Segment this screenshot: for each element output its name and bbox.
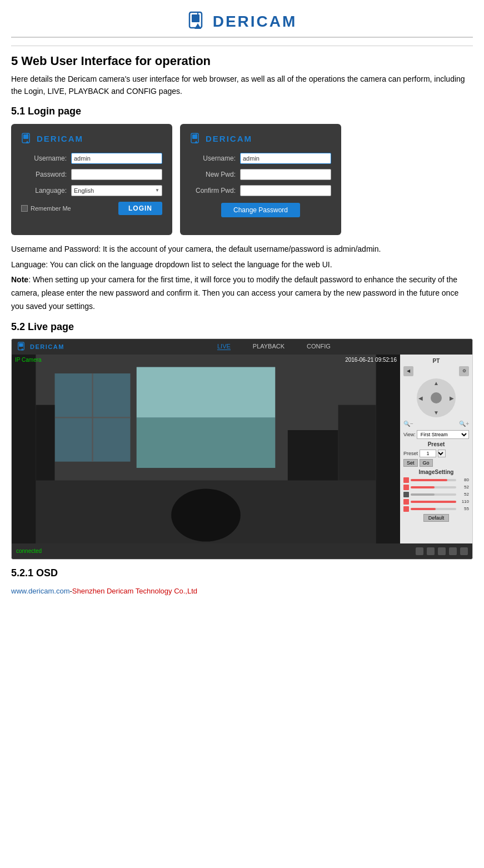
- panel-left-logo-icon: [21, 133, 33, 145]
- contrast-value: 52: [458, 485, 469, 490]
- pt-settings-icon[interactable]: ⚙: [459, 366, 469, 376]
- newpwd-label: New Pwd:: [190, 171, 240, 178]
- sharpness-row: 55: [403, 506, 469, 512]
- sharpness-fill: [411, 508, 436, 510]
- logo-text: DERICAM: [213, 13, 297, 31]
- go-button[interactable]: Go: [420, 459, 433, 467]
- header-divider: [11, 46, 473, 46]
- image-setting-section: ImageSetting 80 52: [403, 469, 469, 522]
- preset-row: Preset: [403, 450, 469, 457]
- page-header: DERICAM: [11, 6, 473, 38]
- sharpness-value: 55: [458, 506, 469, 511]
- snapshot-icon[interactable]: [416, 547, 423, 555]
- brightness-slider[interactable]: [411, 479, 456, 481]
- pt-top-buttons: ◀ ⚙: [403, 366, 469, 376]
- live-logo-icon: [17, 342, 27, 352]
- saturation-row: 52: [403, 492, 469, 497]
- hue-slider[interactable]: [411, 501, 456, 503]
- footer-url[interactable]: www.dericam.com: [11, 587, 69, 595]
- bottom-icons: [416, 547, 468, 555]
- zoom-in-icon[interactable]: 🔍+: [459, 421, 469, 427]
- live-right-panel: PT ◀ ⚙ ▲ ▼ ◀ ▶ 🔍− 🔍+: [400, 355, 472, 543]
- pt-up-arrow[interactable]: ▲: [433, 380, 439, 386]
- login-panel-right: DERICAM Username: admin New Pwd: Confirm…: [180, 124, 341, 235]
- pt-back-icon[interactable]: ◀: [403, 366, 413, 376]
- confirmpwd-input[interactable]: [240, 185, 331, 196]
- preset-section: Preset Preset Set Go: [403, 441, 469, 467]
- svg-rect-10: [19, 343, 23, 347]
- login-screenshots: DERICAM Username: admin Password: Langua…: [11, 124, 473, 235]
- login-button[interactable]: LOGIN: [118, 202, 162, 215]
- pt-left-arrow[interactable]: ◀: [418, 395, 423, 401]
- change-password-button[interactable]: Change Password: [221, 203, 300, 217]
- default-button[interactable]: Default: [423, 514, 450, 522]
- confirmpwd-label: Confirm Pwd:: [190, 187, 240, 194]
- login-bottom-row: Remember Me LOGIN: [21, 202, 162, 215]
- desc-note: Note: When setting up your camera for th…: [11, 273, 473, 313]
- camera-label: IP Camera: [15, 357, 42, 363]
- video-scene: [12, 355, 400, 543]
- language-select[interactable]: English ▼: [71, 185, 162, 196]
- layout-icon[interactable]: [438, 547, 446, 555]
- svg-rect-18: [137, 417, 275, 468]
- language-row: Language: English ▼: [21, 185, 162, 196]
- contrast-color: [403, 485, 409, 490]
- remember-me-row: Remember Me: [21, 205, 71, 212]
- live-logo-text: DERICAM: [30, 343, 64, 350]
- panel-right-logo-icon: [190, 133, 202, 145]
- password-label: Password:: [21, 171, 71, 178]
- contrast-row: 52: [403, 485, 469, 490]
- nav-live[interactable]: LIVE: [217, 343, 231, 350]
- view-select[interactable]: First Stream: [417, 430, 469, 439]
- live-logo: DERICAM: [17, 342, 64, 352]
- connected-status: connected: [16, 548, 42, 554]
- view-label: View:: [403, 432, 416, 437]
- live-bottom-bar: connected: [12, 543, 472, 559]
- newpwd-input[interactable]: [240, 169, 331, 180]
- preset-select[interactable]: [438, 450, 446, 457]
- contrast-slider[interactable]: [411, 486, 456, 488]
- saturation-value: 52: [458, 492, 469, 497]
- right-username-input[interactable]: admin: [240, 153, 331, 164]
- close-stream-icon[interactable]: [460, 547, 468, 555]
- remember-me-label: Remember Me: [31, 205, 71, 212]
- pt-center-button[interactable]: [431, 392, 442, 403]
- username-label: Username:: [21, 154, 71, 162]
- login-panel-left: DERICAM Username: admin Password: Langua…: [11, 124, 172, 235]
- pt-right-arrow[interactable]: ▶: [450, 395, 454, 401]
- username-input-display[interactable]: admin: [71, 153, 162, 164]
- contrast-fill: [411, 486, 435, 488]
- fullscreen-icon[interactable]: [449, 547, 457, 555]
- svg-rect-1: [192, 14, 199, 22]
- sharpness-slider[interactable]: [411, 508, 456, 510]
- dericam-logo-icon: [187, 11, 208, 32]
- footer-company: Shenzhen Dericam Technology Co.,Ltd: [72, 587, 197, 595]
- zoom-out-icon[interactable]: 🔍−: [403, 421, 413, 427]
- pt-down-arrow[interactable]: ▼: [433, 410, 439, 416]
- section5-title: 5 Web User Interface for operation: [11, 54, 473, 68]
- live-nav: LIVE PLAYBACK CONFIG: [81, 343, 467, 350]
- hue-row: 110: [403, 499, 469, 505]
- pt-section-title: PT: [403, 358, 469, 364]
- set-button[interactable]: Set: [403, 459, 418, 467]
- preset-num-label: Preset: [403, 451, 418, 456]
- password-row: Password:: [21, 169, 162, 180]
- panel-right-logo-text: DERICAM: [206, 134, 252, 143]
- hue-value: 110: [458, 499, 469, 504]
- section5-intro: Here details the Dericam camera's user i…: [11, 73, 473, 98]
- svg-rect-21: [36, 405, 55, 480]
- nav-config[interactable]: CONFIG: [307, 343, 331, 350]
- record-icon[interactable]: [427, 547, 435, 555]
- remember-me-checkbox[interactable]: [21, 205, 28, 212]
- confirmpwd-row: Confirm Pwd:: [190, 185, 331, 196]
- password-input-display[interactable]: [71, 169, 162, 180]
- logo-container: DERICAM: [11, 11, 473, 32]
- pt-joystick[interactable]: ▲ ▼ ◀ ▶: [417, 378, 456, 417]
- preset-number-input[interactable]: [420, 450, 436, 457]
- desc-username-password: Username and Password: It is the account…: [11, 243, 473, 256]
- live-screenshot: DERICAM LIVE PLAYBACK CONFIG IP Camera 2…: [11, 338, 473, 560]
- select-arrow-icon: ▼: [155, 188, 159, 193]
- nav-playback[interactable]: PLAYBACK: [253, 343, 285, 350]
- saturation-slider[interactable]: [411, 493, 456, 496]
- saturation-fill: [411, 493, 435, 496]
